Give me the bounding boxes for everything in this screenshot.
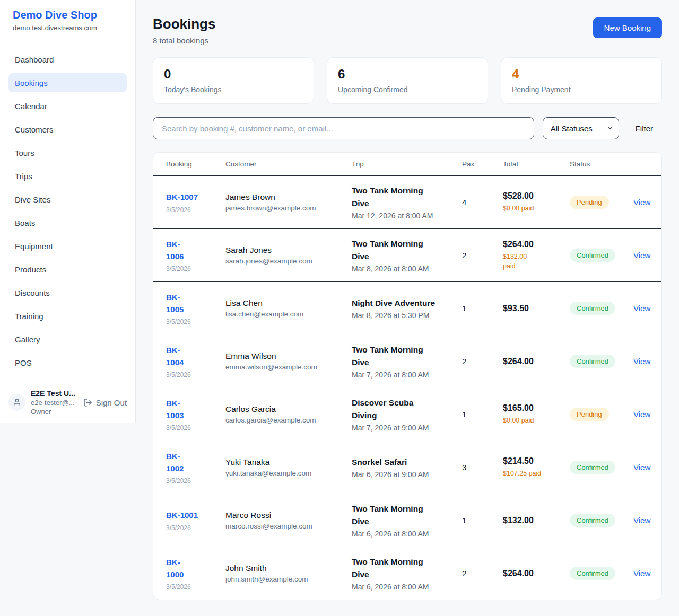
sidebar-item-products[interactable]: Products (8, 260, 127, 279)
view-link[interactable]: View (633, 463, 650, 472)
trip-datetime: Mar 7, 2026 at 9:00 AM (352, 424, 462, 432)
stat-card-today-s-bookings: 0 Today's Bookings (153, 57, 314, 104)
sidebar-item-label: Bookings (15, 78, 48, 87)
sidebar-nav: Dashboard Bookings Calendar Customers To… (0, 39, 135, 382)
sidebar-item-customers[interactable]: Customers (8, 120, 127, 139)
status-select-wrap: All Statuses (543, 117, 619, 139)
sidebar-item-pos[interactable]: POS (8, 353, 127, 372)
column-header-trip: Trip (352, 160, 462, 168)
status-badge: Confirmed (570, 461, 615, 474)
sidebar-item-calendar[interactable]: Calendar (8, 96, 127, 116)
customer-name: John Smith (225, 564, 352, 573)
pax-cell: 4 (462, 198, 503, 207)
customer-name: Sarah Jones (225, 245, 352, 255)
view-link[interactable]: View (633, 357, 650, 366)
booking-link[interactable]: BK- 1002 (166, 450, 184, 475)
trip-cell: Snorkel Safari Mar 6, 2026 at 9:00 AM (352, 456, 462, 479)
total-cell: $132.00 (503, 516, 570, 525)
sidebar-item-tours[interactable]: Tours (8, 143, 127, 162)
search-input[interactable] (153, 117, 534, 139)
status-badge: Confirmed (570, 567, 615, 580)
pax-cell: 3 (462, 463, 503, 472)
customer-cell: John Smith john.smith@example.com (225, 564, 352, 583)
sidebar-item-bookings[interactable]: Bookings (8, 73, 127, 92)
view-link[interactable]: View (633, 251, 650, 260)
customer-email: yuki.tanaka@example.com (225, 469, 352, 477)
trip-cell: Discover Scuba Diving Mar 7, 2026 at 9:0… (352, 397, 462, 432)
sidebar-item-label: Equipment (15, 242, 53, 251)
sidebar-item-equipment[interactable]: Equipment (8, 236, 127, 256)
sidebar-item-dashboard[interactable]: Dashboard (8, 50, 127, 69)
trip-datetime: Mar 8, 2026 at 8:00 AM (352, 265, 462, 273)
sidebar-item-discounts[interactable]: Discounts (8, 283, 127, 302)
sign-out-label: Sign Out (96, 398, 127, 407)
customer-email: john.smith@example.com (225, 575, 352, 583)
stat-card-upcoming-confirmed: 6 Upcoming Confirmed (327, 57, 488, 104)
total-cell: $264.00 (503, 357, 570, 366)
page-title: Bookings (153, 16, 215, 32)
user-info: E2E Test U... e2e-tester@... Owner (31, 389, 78, 416)
status-select[interactable]: All Statuses (543, 118, 619, 139)
sidebar-item-boats[interactable]: Boats (8, 213, 127, 232)
table-row: BK- 1005 3/5/2026 Lisa Chen lisa.chen@ex… (153, 281, 661, 335)
total-amount: $93.50 (503, 304, 570, 313)
total-amount: $264.00 (503, 240, 570, 249)
view-link[interactable]: View (633, 516, 650, 525)
trip-name: Two Tank Morning Dive (352, 344, 462, 369)
booking-date: 3/5/2026 (166, 424, 225, 432)
actions-cell: View (633, 569, 650, 578)
sidebar-item-label: Gallery (15, 335, 40, 344)
customer-name: James Brown (225, 192, 352, 202)
table-body: BK-1007 3/5/2026 James Brown james.brown… (153, 175, 661, 600)
trip-name: Two Tank Morning Dive (352, 556, 462, 581)
view-link[interactable]: View (633, 569, 650, 578)
trip-datetime: Mar 6, 2026 at 8:00 AM (352, 583, 462, 591)
booking-date: 3/5/2026 (166, 206, 225, 214)
view-link[interactable]: View (633, 304, 650, 313)
status-cell: Confirmed (570, 249, 633, 262)
sidebar-item-label: Dive Sites (15, 195, 51, 204)
trip-datetime: Mar 6, 2026 at 8:00 AM (352, 530, 462, 538)
customer-email: emma.wilson@example.com (225, 363, 352, 371)
booking-link[interactable]: BK- 1004 (166, 344, 184, 369)
user-icon (13, 398, 21, 407)
view-link[interactable]: View (633, 410, 650, 419)
customer-cell: Yuki Tanaka yuki.tanaka@example.com (225, 457, 352, 477)
booking-link[interactable]: BK-1007 (166, 191, 198, 203)
status-badge: Pending (570, 408, 609, 421)
trip-cell: Two Tank Morning Dive Mar 7, 2026 at 8:0… (352, 344, 462, 379)
booking-link[interactable]: BK- 1003 (166, 397, 184, 422)
customer-email: carlos.garcia@example.com (225, 416, 352, 424)
customer-email: lisa.chen@example.com (225, 310, 352, 318)
paid-amount: $107.25 paid (503, 469, 570, 478)
sign-out-button[interactable]: Sign Out (83, 398, 127, 407)
sidebar-item-trips[interactable]: Trips (8, 166, 127, 186)
new-booking-button[interactable]: New Booking (593, 17, 662, 38)
trip-name: Two Tank Morning Dive (352, 237, 462, 263)
total-amount: $165.00 (503, 403, 570, 413)
shop-domain: demo.test.divestreams.com (13, 24, 123, 32)
table-row: BK-1007 3/5/2026 James Brown james.brown… (153, 175, 661, 228)
trip-cell: Night Dive Adventure Mar 8, 2026 at 5:30… (352, 297, 462, 320)
booking-link[interactable]: BK- 1006 (166, 238, 184, 263)
total-amount: $132.00 (503, 516, 570, 525)
sidebar-item-training[interactable]: Training (8, 306, 127, 325)
booking-link[interactable]: BK- 1005 (166, 291, 184, 316)
booking-cell: BK- 1002 3/5/2026 (166, 450, 225, 485)
trip-name: Two Tank Morning Dive (352, 184, 462, 210)
booking-link[interactable]: BK-1001 (166, 509, 198, 521)
status-badge: Confirmed (570, 302, 615, 315)
stat-value: 0 (164, 67, 303, 82)
status-badge: Confirmed (570, 514, 615, 527)
sidebar-item-label: Customers (15, 125, 54, 134)
sidebar-item-gallery[interactable]: Gallery (8, 330, 127, 349)
paid-amount: $132.00 paid (503, 252, 570, 271)
trip-name: Discover Scuba Diving (352, 397, 462, 422)
view-link[interactable]: View (633, 198, 650, 207)
trip-cell: Two Tank Morning Dive Mar 6, 2026 at 8:0… (352, 503, 462, 538)
trip-name: Two Tank Morning Dive (352, 503, 462, 528)
sidebar-item-label: Boats (15, 218, 35, 227)
booking-link[interactable]: BK- 1000 (166, 556, 184, 581)
sidebar-item-label: Products (15, 265, 46, 274)
sidebar-item-dive-sites[interactable]: Dive Sites (8, 190, 127, 209)
